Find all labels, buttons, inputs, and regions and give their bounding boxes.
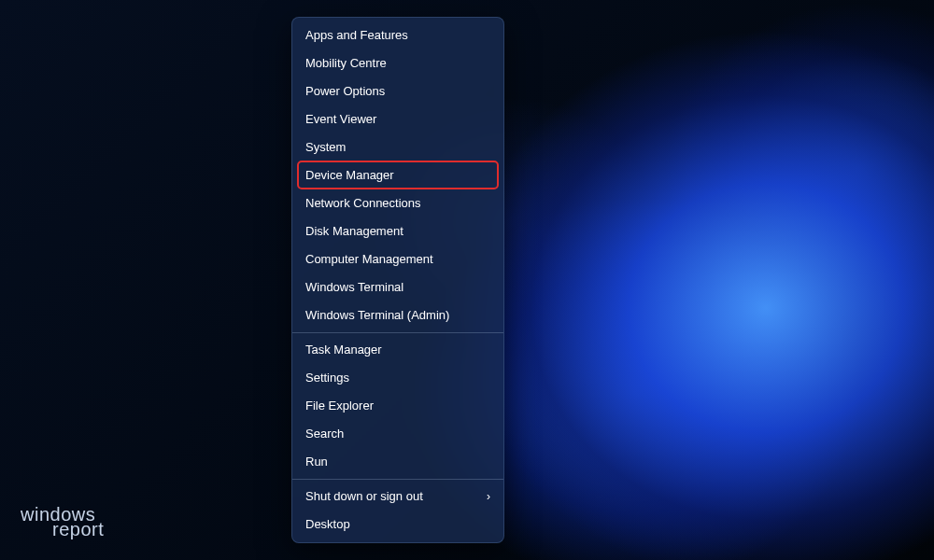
menu-item-power-options[interactable]: Power Options [292, 77, 503, 105]
menu-item-label: Windows Terminal (Admin) [305, 301, 449, 329]
menu-item-task-manager[interactable]: Task Manager [292, 336, 503, 364]
menu-item-run[interactable]: Run [292, 448, 503, 476]
menu-item-label: Disk Management [305, 217, 403, 245]
watermark-logo: windows report [21, 506, 104, 538]
watermark-line2: report [52, 521, 104, 538]
menu-item-label: Power Options [305, 77, 385, 105]
menu-item-settings[interactable]: Settings [292, 364, 503, 392]
menu-item-label: Network Connections [305, 189, 421, 217]
menu-item-label: Mobility Centre [305, 49, 387, 77]
menu-item-label: Task Manager [305, 336, 382, 364]
menu-item-label: System [305, 133, 346, 161]
desktop-wallpaper: Apps and FeaturesMobility CentrePower Op… [0, 0, 934, 560]
menu-item-network-connections[interactable]: Network Connections [292, 189, 503, 217]
menu-item-search[interactable]: Search [292, 420, 503, 448]
chevron-right-icon: › [487, 483, 490, 511]
menu-item-device-manager[interactable]: Device Manager [292, 161, 503, 189]
menu-item-label: Shut down or sign out [305, 483, 423, 511]
menu-item-label: Apps and Features [305, 21, 408, 49]
menu-item-label: Settings [305, 364, 349, 392]
menu-item-label: Search [305, 420, 344, 448]
menu-item-disk-management[interactable]: Disk Management [292, 217, 503, 245]
menu-item-file-explorer[interactable]: File Explorer [292, 392, 503, 420]
menu-item-label: Device Manager [305, 161, 394, 189]
menu-item-label: Windows Terminal [305, 273, 403, 301]
menu-item-system[interactable]: System [292, 133, 503, 161]
menu-separator [292, 479, 503, 480]
menu-item-apps-and-features[interactable]: Apps and Features [292, 21, 503, 49]
winx-context-menu[interactable]: Apps and FeaturesMobility CentrePower Op… [291, 17, 504, 543]
menu-item-shut-down-or-sign-out[interactable]: Shut down or sign out› [292, 483, 503, 511]
menu-item-label: Desktop [305, 511, 350, 539]
menu-item-computer-management[interactable]: Computer Management [292, 245, 503, 273]
menu-item-windows-terminal[interactable]: Windows Terminal [292, 273, 503, 301]
menu-item-label: Computer Management [305, 245, 433, 273]
menu-item-label: Event Viewer [305, 105, 376, 133]
menu-item-label: Run [305, 448, 328, 476]
menu-item-label: File Explorer [305, 392, 374, 420]
menu-item-mobility-centre[interactable]: Mobility Centre [292, 49, 503, 77]
menu-item-windows-terminal-admin[interactable]: Windows Terminal (Admin) [292, 301, 503, 329]
menu-separator [292, 332, 503, 333]
menu-item-event-viewer[interactable]: Event Viewer [292, 105, 503, 133]
menu-item-desktop[interactable]: Desktop [292, 511, 503, 539]
